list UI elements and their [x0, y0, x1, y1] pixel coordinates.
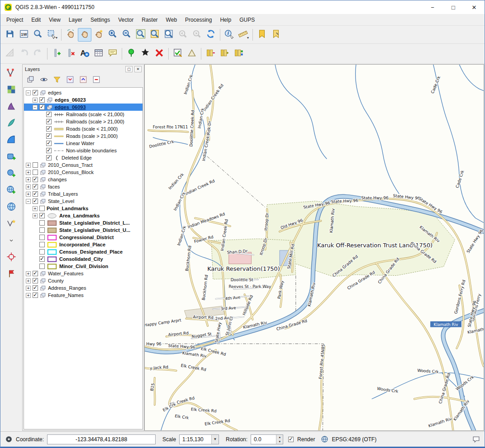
zoom-to-layer-button[interactable]: [162, 28, 176, 42]
layer-visibility-checkbox[interactable]: [46, 155, 52, 160]
layer-item-address-ranges[interactable]: +Address_Ranges: [24, 284, 143, 292]
identify-features-button[interactable]: i: [223, 28, 236, 42]
new-bookmark-button[interactable]: [255, 28, 269, 42]
pan-to-selection-button[interactable]: [92, 28, 105, 42]
layer-item-faces[interactable]: +faces: [24, 183, 143, 190]
expand-expander-icon[interactable]: +: [33, 213, 38, 218]
layer-item-linear-water[interactable]: Linear Water: [24, 140, 143, 147]
select-features-button[interactable]: ▾: [45, 28, 59, 42]
expand-expander-icon[interactable]: +: [26, 184, 31, 189]
layer-item-edges-06093[interactable]: −edges_06093: [24, 104, 143, 111]
menu-view[interactable]: View: [45, 15, 65, 25]
more-tools-button[interactable]: [5, 235, 18, 247]
layer-item-feature-names[interactable]: +Feature_Names: [24, 292, 143, 299]
expand-expander-icon[interactable]: +: [26, 286, 31, 291]
layer-visibility-checkbox[interactable]: [39, 256, 45, 262]
layer-item-deleted-edge[interactable]: Deleted Edge: [24, 154, 143, 161]
dropdown-arrow-icon[interactable]: ▾: [56, 36, 57, 41]
geometry-tools-button[interactable]: [185, 47, 199, 61]
layer-visibility-checkbox[interactable]: [39, 249, 45, 255]
rotation-up-icon[interactable]: ▲: [276, 435, 283, 439]
delete-edge-button[interactable]: [64, 47, 77, 61]
layer-item-edges-06023[interactable]: +edges_06023: [24, 96, 143, 104]
layer-item-county[interactable]: +County: [24, 277, 143, 284]
coordinate-tracking-icon[interactable]: [5, 435, 13, 443]
expand-expander-icon[interactable]: +: [33, 98, 38, 103]
web-plugins-button[interactable]: [5, 201, 18, 214]
import-data-button[interactable]: [204, 47, 217, 61]
layer-item-state-level[interactable]: −State_Level: [24, 198, 143, 205]
expand-expander-icon[interactable]: +: [26, 271, 31, 276]
crs-status-icon[interactable]: [321, 435, 328, 443]
rotation-down-icon[interactable]: ▼: [276, 439, 283, 444]
rotation-spinner[interactable]: 0.0 ▲▼: [251, 434, 283, 444]
layer-item-minor-civil-division[interactable]: Minor_Civil_Division: [24, 263, 143, 270]
layer-item-edges[interactable]: −edges: [24, 89, 143, 96]
layer-item-tribal-layers[interactable]: +Tribal_Layers: [24, 190, 143, 198]
refresh-map-button[interactable]: [204, 28, 218, 42]
remove-layer-group-button[interactable]: [91, 75, 102, 86]
layer-item-congressional-district[interactable]: Congressional_District: [24, 234, 143, 241]
collapse-expander-icon[interactable]: −: [26, 199, 31, 204]
snapping-options-button[interactable]: [5, 251, 18, 264]
manage-layer-visibility-button[interactable]: [38, 75, 49, 86]
menu-web[interactable]: Web: [162, 15, 181, 25]
simplify-feature-button[interactable]: [5, 118, 18, 130]
layer-visibility-checkbox[interactable]: [39, 242, 45, 247]
add-edge-button[interactable]: [50, 47, 63, 61]
close-panel-button[interactable]: ✕: [134, 66, 142, 72]
messages-icon[interactable]: [472, 435, 480, 443]
zoom-to-selection-button[interactable]: [148, 28, 162, 42]
add-wms-layer-button[interactable]: [5, 184, 18, 197]
layer-visibility-checkbox[interactable]: [39, 227, 45, 233]
cad-tools-button[interactable]: [3, 47, 17, 61]
add-ellipse-button[interactable]: [5, 168, 18, 180]
menu-raster[interactable]: Raster: [138, 15, 162, 25]
layer-visibility-checkbox[interactable]: [46, 126, 52, 132]
layer-visibility-checkbox[interactable]: [33, 162, 38, 168]
redo-button[interactable]: [31, 47, 45, 61]
grass-tools-button[interactable]: [5, 101, 18, 113]
validate-edits-button[interactable]: [171, 47, 185, 61]
render-checkbox[interactable]: [288, 437, 294, 442]
layer-item-point-landmarks[interactable]: +Point_Landmarks: [24, 205, 143, 212]
layer-visibility-checkbox[interactable]: [39, 206, 45, 211]
layer-visibility-checkbox[interactable]: [33, 271, 38, 276]
layer-item-state-legislative-district-u[interactable]: State_Legislative_District_U...: [24, 226, 143, 234]
menu-project[interactable]: Project: [2, 15, 27, 25]
layer-visibility-checkbox[interactable]: [33, 285, 38, 291]
zoom-next-button[interactable]: [190, 28, 204, 42]
layer-item-roads-scale-21-000[interactable]: Roads (scale < 21,000): [24, 125, 143, 132]
show-bookmarks-button[interactable]: [269, 28, 283, 42]
zoom-to-native-button[interactable]: [31, 28, 45, 42]
layer-visibility-checkbox[interactable]: [33, 278, 38, 283]
measure-line-button[interactable]: ▾: [237, 28, 250, 42]
layer-visibility-checkbox[interactable]: [46, 112, 52, 117]
delete-landmark-button[interactable]: [152, 47, 166, 61]
layer-visibility-checkbox[interactable]: [39, 97, 45, 103]
undock-panel-button[interactable]: ◻: [125, 66, 133, 72]
menu-edit[interactable]: Edit: [27, 15, 45, 25]
expand-expander-icon[interactable]: +: [33, 206, 38, 211]
layer-item-water-features[interactable]: +Water_Features: [24, 270, 143, 277]
expand-expander-icon[interactable]: +: [26, 192, 31, 197]
touch-zoom-pan-button[interactable]: [64, 28, 77, 42]
expand-expander-icon[interactable]: +: [26, 163, 31, 168]
layer-visibility-checkbox[interactable]: [33, 191, 38, 197]
coordinate-input[interactable]: [47, 434, 156, 444]
map-tips-button[interactable]: [106, 47, 119, 61]
advanced-digitizing-button[interactable]: [5, 67, 18, 80]
map-pin-button[interactable]: [5, 268, 18, 281]
node-tool-button[interactable]: [5, 218, 18, 231]
expand-expander-icon[interactable]: +: [26, 278, 31, 283]
menu-processing[interactable]: Processing: [181, 15, 216, 25]
pan-map-button[interactable]: [78, 28, 91, 42]
layer-visibility-checkbox[interactable]: [46, 119, 52, 124]
expand-all-button[interactable]: [65, 75, 76, 86]
layer-item-changes[interactable]: +changes: [24, 176, 143, 183]
maximize-button[interactable]: □: [443, 0, 464, 14]
zoom-last-button[interactable]: [176, 28, 190, 42]
layer-visibility-checkbox[interactable]: [46, 148, 52, 153]
close-button[interactable]: ✕: [464, 0, 485, 14]
dropdown-arrow-icon[interactable]: ▾: [247, 36, 249, 41]
